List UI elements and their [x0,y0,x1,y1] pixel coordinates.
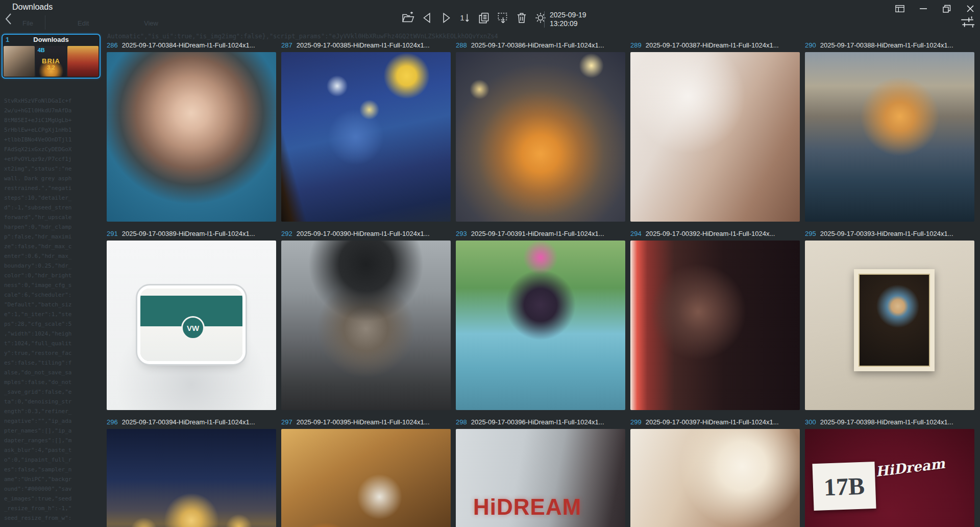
ghost-text-line: boundary":0.25,"hdr_ [4,261,102,271]
item-filename: 2025-09-17-00390-HiDream-I1-Full-1024x1.… [297,229,430,238]
gallery-item-298[interactable]: 2982025-09-17-00396-HiDream-I1-Full-1024… [456,418,625,527]
item-label: 2932025-09-17-00391-HiDream-I1-Full-1024… [456,229,625,238]
minimize-icon[interactable] [919,4,928,13]
item-filename: 2025-09-17-00386-HiDream-I1-Full-1024x1.… [471,41,604,50]
ghost-text-line: color":0,"hdr_bright [4,271,102,280]
gallery-item-297[interactable]: 2972025-09-17-00395-HiDream-I1-Full-1024… [281,418,451,527]
item-index: 298 [456,418,467,427]
folder-card-header: 1 Downloads [3,35,100,45]
ghost-text-line: d":-1,"subseed_stren [4,203,102,212]
gallery-item-286[interactable]: 2862025-09-17-00384-HiDream-I1-Full-1024… [107,41,276,222]
thumbnail-298[interactable]: HiDREAM [456,429,625,527]
ghost-text-line: ze":false,"hdr_max_c [4,242,102,251]
gallery-item-289[interactable]: 2892025-09-17-00387-HiDream-I1-Full-1024… [630,41,800,222]
copy-icon[interactable] [477,10,491,26]
gallery-item-296[interactable]: 2962025-09-17-00394-HiDream-I1-Full-1024… [107,418,276,527]
thumb-badge-vw: VW [181,316,205,340]
ghost-text-line: dapter_ranges":[],"m [4,436,102,445]
thumbnail-299[interactable] [630,429,800,527]
item-label: 2882025-09-17-00386-HiDream-I1-Full-1024… [456,41,625,50]
thumb-badge-hidream: HiDREAM [473,494,581,520]
move-to-folder-icon[interactable] [496,10,510,26]
ghost-text-line: o":0,"inpaint_full_r [4,455,102,465]
ghost-text-line: p":false,"hdr_maximi [4,232,102,242]
open-folder-export-icon[interactable] [401,10,415,26]
item-label: 2942025-09-17-00392-HiDream-I1-Full-1024… [630,229,800,238]
next-icon[interactable] [439,10,453,26]
thumbnail-297[interactable] [281,429,451,527]
ghost-text-line: ps":28,"cfg_scale":5 [4,319,102,329]
gallery-item-287[interactable]: 2872025-09-17-00385-HiDream-I1-Full-1024… [281,41,451,222]
ghost-text-line: forward","hr_upscale [4,212,102,222]
thumb-badge-hidream: HiDream [875,456,946,480]
thumbnail-295[interactable] [805,241,974,410]
item-label: 2962025-09-17-00394-HiDream-I1-Full-1024… [107,418,276,427]
thumbnail-287[interactable] [281,52,451,222]
delete-icon[interactable] [514,10,529,26]
file-time: 13:20:09 [550,19,586,28]
thumbnail-296[interactable] [107,429,276,527]
gallery-item-288[interactable]: 2882025-09-17-00386-HiDream-I1-Full-1024… [456,41,625,222]
ghost-text-line: ength":0.3,"refiner_ [4,406,102,416]
gallery-item-290[interactable]: 2902025-09-17-00388-HiDream-I1-Full-1024… [805,41,974,222]
sort-icon[interactable]: 1 [458,10,472,26]
close-icon[interactable] [966,4,975,13]
item-index: 290 [805,41,816,50]
gallery-item-300[interactable]: 3002025-09-17-00398-HiDream-I1-Full-1024… [805,418,974,527]
thumbnail-290[interactable] [805,52,974,222]
toolbar-divider [544,11,545,28]
thumbnail-292[interactable] [281,241,451,410]
folder-card-downloads[interactable]: 1 Downloads 4BBRIA3.2 [2,34,101,79]
ghost-text-line: ta":0,"denoising_str [4,397,102,406]
thumb-badge [854,269,935,371]
item-label: 2912025-09-17-00389-HiDream-I1-Full-1024… [107,229,276,238]
folder-thumb-1 [4,46,35,77]
ghost-text-line: ness":0,"image_cfg_s [4,280,102,290]
ghost-text-line: pter_names":[],"ip_a [4,426,102,436]
gallery-item-299[interactable]: 2992025-09-17-00397-HiDream-I1-Full-1024… [630,418,800,527]
ghost-text-line: xt2img","status":"ne [4,164,102,174]
filter-sliders-icon[interactable] [960,14,977,31]
item-filename: 2025-09-17-00384-HiDream-I1-Full-1024x1.… [122,41,255,50]
settings-icon[interactable] [533,10,548,26]
thumbnail-289[interactable] [630,52,800,222]
thumb-badge-3.2: 3.2 [47,64,55,70]
thumbnail-291[interactable]: VW [107,241,276,410]
item-label: 2982025-09-17-00396-HiDream-I1-Full-1024… [456,418,625,427]
item-index: 286 [107,41,118,50]
gallery-item-291[interactable]: 2912025-09-17-00389-HiDream-I1-Full-1024… [107,229,276,410]
item-label: 2972025-09-17-00395-HiDream-I1-Full-1024… [281,418,451,427]
ghost-text-line: ,"width":1024,"heigh [4,329,102,339]
ghost-text-line: es":false,"tiling":f [4,358,102,368]
gallery-item-294[interactable]: 2942025-09-17-00392-HiDream-I1-Full-1024… [630,229,800,410]
item-label: 2922025-09-17-00390-HiDream-I1-Full-1024… [281,229,451,238]
item-label: 2992025-09-17-00397-HiDream-I1-Full-1024… [630,418,800,427]
ghost-text-line: _resize_from_h":-1," [4,504,102,513]
item-index: 287 [281,41,292,50]
layout-icon[interactable] [895,4,904,13]
toolbar: 1 [401,10,548,26]
restore-icon[interactable] [942,4,951,13]
item-index: 289 [630,41,642,50]
item-filename: 2025-09-17-00392-HiDream-I1-Full-1024x..… [646,229,775,238]
item-index: 291 [107,229,118,238]
ghost-text-line: 2w/u+hGIl0HkdU7mAfDa [4,106,102,115]
thumbnail-286[interactable] [107,52,276,222]
item-label: 2902025-09-17-00388-HiDream-I1-Full-1024… [805,41,974,50]
thumbnail-293[interactable] [456,241,625,410]
gallery-item-295[interactable]: 2952025-09-17-00393-HiDream-I1-Full-1024… [805,229,974,410]
gallery-item-293[interactable]: 2932025-09-17-00391-HiDream-I1-Full-1024… [456,229,625,410]
gallery-item-292[interactable]: 2922025-09-17-00390-HiDream-I1-Full-1024… [281,229,451,410]
thumbnail-300[interactable]: 17BHiDream [805,429,974,527]
ghost-text-line: es":false,"sampler_n [4,465,102,474]
ghost-text-line: alse,"do_not_save_sa [4,368,102,377]
item-label: 2872025-09-17-00385-HiDream-I1-Full-1024… [281,41,451,50]
folder-thumb-3 [67,46,99,77]
thumbnail-288[interactable] [456,52,625,222]
thumbnail-294[interactable] [630,241,800,410]
thumb-badge-bria: BRIA [42,57,60,65]
ghost-text-line: enter":0.6,"hdr_max_ [4,251,102,261]
previous-icon[interactable] [420,10,434,26]
ghost-text-line: +tlbbIBNo4VeOOnDTjl1 [4,135,102,145]
ghost-text-line: Automatic","is_ui":true,"is_img2img":fal… [107,33,975,40]
